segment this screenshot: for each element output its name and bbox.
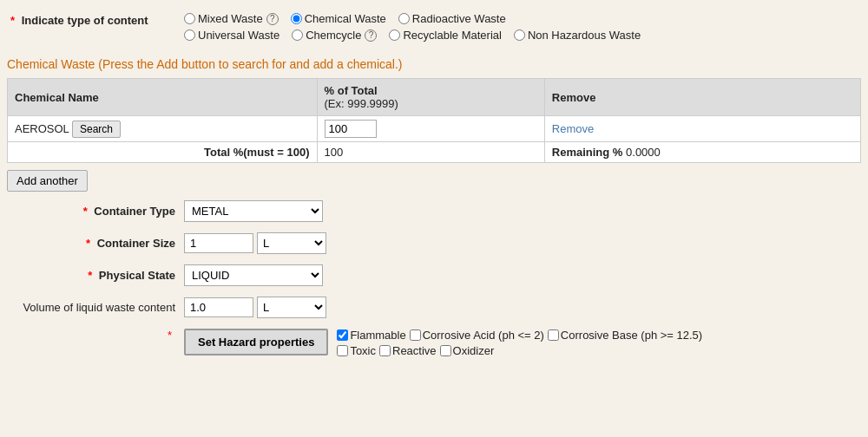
hazard-reactive[interactable]: Reactive (379, 344, 437, 357)
indicate-label-text: Indicate type of content (22, 14, 148, 27)
checkbox-toxic[interactable] (337, 345, 348, 356)
radio-row-2: Universal Waste Chemcycle ? Recyclable M… (184, 29, 641, 42)
table-row: AEROSOL Search Remove (8, 116, 861, 142)
hazard-corrosive-base[interactable]: Corrosive Base (ph >= 12.5) (548, 329, 702, 342)
pct-input[interactable] (325, 120, 377, 138)
chemical-waste-title: Chemical Waste (Press the Add button to … (7, 54, 861, 75)
indicate-content-label: * Indicate type of content (10, 12, 184, 27)
total-value-cell: 100 (317, 142, 544, 163)
table-header-row: Chemical Name % of Total(Ex: 999.9999) R… (8, 79, 861, 116)
label-corrosive-acid: Corrosive Acid (ph <= 2) (423, 329, 544, 342)
set-hazard-button[interactable]: Set Hazard properties (184, 329, 328, 355)
required-star-container-type: * (83, 205, 88, 218)
remaining-label: Remaining % (552, 146, 623, 159)
radio-label-radioactive-waste: Radioactive Waste (412, 12, 506, 25)
radio-label-mixed-waste: Mixed Waste (198, 12, 263, 25)
radio-label-non-hazardous-waste: Non Hazardous Waste (528, 29, 641, 42)
col-header-chem-name: Chemical Name (8, 79, 318, 116)
hazard-corrosive-acid[interactable]: Corrosive Acid (ph <= 2) (410, 329, 544, 342)
radio-item-non-hazardous[interactable]: Non Hazardous Waste (514, 29, 641, 42)
search-button[interactable]: Search (72, 121, 121, 138)
hazard-flammable[interactable]: Flammable (337, 329, 405, 342)
chemical-waste-section: Chemical Waste (Press the Add button to … (7, 54, 861, 192)
radio-mixed-waste[interactable] (184, 13, 195, 24)
hazard-row-1: Flammable Corrosive Acid (ph <= 2) Corro… (337, 329, 702, 342)
physical-state-row: * Physical State LIQUID SOLID GAS SLUDGE (7, 264, 861, 286)
container-size-input[interactable] (184, 233, 253, 253)
radio-label-chemcycle: Chemcycle (306, 29, 361, 42)
hazard-section: * Set Hazard properties Flammable Corros… (7, 329, 861, 360)
container-size-label: Container Size (97, 237, 175, 250)
physical-state-select[interactable]: LIQUID SOLID GAS SLUDGE (184, 264, 323, 286)
remove-cell: Remove (544, 116, 860, 142)
radio-universal-waste[interactable] (184, 29, 195, 41)
volume-row: Volume of liquid waste content L mL gal (7, 297, 861, 318)
chem-waste-subtitle: (Press the Add button to search for and … (98, 57, 402, 71)
form-section: * Container Type METAL PLASTIC GLASS OTH… (7, 200, 861, 318)
required-star-indicate: * (10, 14, 15, 27)
col-header-pct: % of Total(Ex: 999.9999) (317, 79, 544, 116)
label-corrosive-base: Corrosive Base (ph >= 12.5) (561, 329, 702, 342)
radio-item-recyclable-material[interactable]: Recyclable Material (389, 29, 501, 42)
radio-non-hazardous-waste[interactable] (514, 29, 525, 41)
chemical-table: Chemical Name % of Total(Ex: 999.9999) R… (7, 78, 861, 163)
label-toxic: Toxic (350, 344, 376, 357)
checkbox-corrosive-base[interactable] (548, 329, 559, 341)
hazard-checkboxes: Flammable Corrosive Acid (ph <= 2) Corro… (337, 329, 702, 360)
required-star-hazard: * (168, 329, 172, 342)
remaining-cell: Remaining % 0.0000 (544, 142, 860, 163)
chem-name-text: AEROSOL (15, 122, 69, 135)
radio-item-chemcycle[interactable]: Chemcycle ? (292, 29, 377, 42)
help-icon-mixed-waste[interactable]: ? (266, 13, 279, 25)
hazard-label-col: * (10, 329, 184, 342)
radio-item-chemical-waste[interactable]: Chemical Waste (291, 12, 386, 25)
container-type-select[interactable]: METAL PLASTIC GLASS OTHER (184, 200, 323, 222)
pct-cell (317, 116, 544, 142)
physical-state-label-col: * Physical State (10, 269, 184, 282)
container-size-label-col: * Container Size (10, 237, 184, 250)
radio-chemical-waste[interactable] (291, 13, 302, 24)
hazard-oxidizer[interactable]: Oxidizer (440, 344, 495, 357)
content-type-radio-group: Mixed Waste ? Chemical Waste Radioactive… (184, 12, 641, 42)
checkbox-corrosive-acid[interactable] (410, 329, 421, 341)
checkbox-flammable[interactable] (337, 329, 348, 341)
radio-item-universal-waste[interactable]: Universal Waste (184, 29, 279, 42)
radio-label-universal-waste: Universal Waste (198, 29, 279, 42)
physical-state-label: Physical State (99, 269, 175, 282)
help-icon-chemcycle[interactable]: ? (365, 29, 377, 42)
container-type-label-col: * Container Type (10, 205, 184, 218)
label-oxidizer: Oxidizer (453, 344, 495, 357)
volume-label: Volume of liquid waste content (23, 301, 175, 314)
add-another-button[interactable]: Add another (7, 170, 88, 192)
radio-item-mixed-waste[interactable]: Mixed Waste ? (184, 12, 279, 25)
hazard-row-2: Toxic Reactive Oxidizer (337, 344, 702, 357)
container-size-row: * Container Size L mL gal oz (7, 232, 861, 254)
volume-input[interactable] (184, 297, 253, 317)
total-label-cell: Total %(must = 100) (8, 142, 318, 163)
label-reactive: Reactive (392, 344, 437, 357)
chem-name-cell: AEROSOL Search (8, 116, 318, 142)
container-type-row: * Container Type METAL PLASTIC GLASS OTH… (7, 200, 861, 222)
remove-link[interactable]: Remove (552, 122, 594, 135)
hazard-toxic[interactable]: Toxic (337, 344, 376, 357)
col-header-remove: Remove (544, 79, 860, 116)
container-type-label: Container Type (94, 205, 175, 218)
remaining-value: 0.0000 (626, 146, 661, 159)
radio-label-chemical-waste: Chemical Waste (305, 12, 386, 25)
checkbox-reactive[interactable] (379, 345, 391, 356)
label-flammable: Flammable (350, 329, 405, 342)
volume-label-col: Volume of liquid waste content (10, 301, 184, 314)
chem-waste-title-text: Chemical Waste (7, 57, 95, 71)
radio-recyclable-material[interactable] (389, 29, 400, 41)
radio-chemcycle[interactable] (292, 29, 303, 41)
checkbox-oxidizer[interactable] (440, 345, 451, 356)
radio-radioactive-waste[interactable] (398, 13, 410, 24)
required-star-physical-state: * (88, 269, 92, 282)
total-row: Total %(must = 100) 100 Remaining % 0.00… (8, 142, 861, 163)
radio-row-1: Mixed Waste ? Chemical Waste Radioactive… (184, 12, 641, 25)
volume-unit-select[interactable]: L mL gal (257, 297, 326, 318)
radio-label-recyclable-material: Recyclable Material (403, 29, 501, 42)
indicate-content-section: * Indicate type of content Mixed Waste ?… (7, 7, 861, 47)
container-size-unit-select[interactable]: L mL gal oz (257, 232, 326, 254)
radio-item-radioactive-waste[interactable]: Radioactive Waste (398, 12, 506, 25)
